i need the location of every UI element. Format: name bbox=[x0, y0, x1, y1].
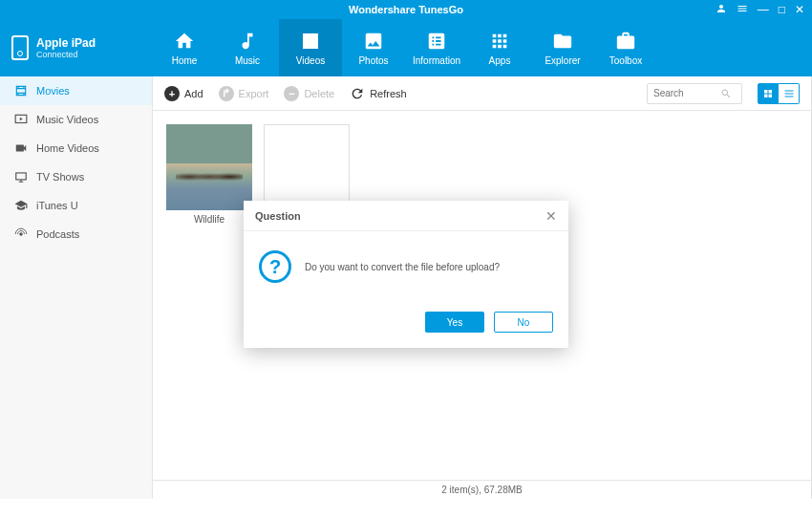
video-thumbnail bbox=[166, 124, 252, 210]
nav-music[interactable]: Music bbox=[216, 19, 279, 76]
view-toggle bbox=[758, 83, 800, 104]
sidebar-item-label: iTunes U bbox=[36, 200, 78, 211]
add-button[interactable]: + Add bbox=[164, 86, 203, 101]
video-item[interactable]: Wildlife bbox=[166, 124, 252, 225]
home-icon bbox=[174, 31, 195, 52]
sidebar-item-home-videos[interactable]: Home Videos bbox=[0, 134, 152, 162]
film-icon bbox=[13, 84, 29, 97]
question-icon: ? bbox=[259, 250, 291, 283]
tablet-icon bbox=[11, 35, 29, 60]
device-status: Connected bbox=[36, 50, 96, 59]
header: Apple iPad Connected Home Music Videos P… bbox=[0, 19, 812, 76]
export-icon: ↱ bbox=[219, 86, 234, 101]
videos-icon bbox=[300, 31, 321, 52]
music-icon bbox=[237, 31, 258, 52]
refresh-button[interactable]: Refresh bbox=[350, 86, 407, 101]
graduation-icon bbox=[13, 199, 29, 212]
yes-button[interactable]: Yes bbox=[425, 312, 484, 333]
search-box[interactable] bbox=[647, 83, 742, 104]
export-button[interactable]: ↱ Export bbox=[219, 86, 269, 101]
close-icon[interactable]: ✕ bbox=[795, 3, 804, 16]
apps-icon bbox=[489, 31, 510, 52]
question-dialog: Question ✕ ? Do you want to convert the … bbox=[244, 201, 568, 348]
grid-view-button[interactable] bbox=[758, 83, 779, 104]
sidebar-item-label: Home Videos bbox=[36, 142, 99, 154]
nav-apps[interactable]: Apps bbox=[468, 19, 531, 76]
nav-toolbox[interactable]: Toolbox bbox=[594, 19, 657, 76]
dialog-message: Do you want to convert the file before u… bbox=[305, 262, 500, 272]
photos-icon bbox=[363, 31, 384, 52]
sidebar-item-label: Movies bbox=[36, 85, 70, 97]
dialog-title: Question bbox=[255, 210, 301, 222]
search-icon bbox=[720, 88, 732, 99]
information-icon bbox=[426, 31, 447, 52]
device-name: Apple iPad bbox=[36, 36, 96, 50]
refresh-icon bbox=[350, 86, 365, 101]
minus-icon: − bbox=[284, 86, 299, 101]
delete-button[interactable]: − Delete bbox=[284, 86, 334, 101]
statusbar: 2 item(s), 67.28MB bbox=[153, 480, 811, 499]
sidebar-item-podcasts[interactable]: Podcasts bbox=[0, 220, 152, 248]
toolbox-icon bbox=[615, 31, 636, 52]
sidebar-item-label: Podcasts bbox=[36, 228, 79, 240]
minimize-icon[interactable]: — bbox=[758, 3, 769, 16]
no-button[interactable]: No bbox=[494, 312, 553, 333]
svg-point-2 bbox=[19, 232, 23, 236]
dialog-footer: Yes No bbox=[244, 302, 568, 348]
nav-information[interactable]: Information bbox=[405, 19, 468, 76]
dialog-close-icon[interactable]: ✕ bbox=[545, 208, 557, 224]
status-text: 2 item(s), 67.28MB bbox=[441, 485, 522, 495]
sidebar-item-label: Music Videos bbox=[36, 114, 98, 125]
nav: Home Music Videos Photos Information App… bbox=[153, 19, 657, 76]
dialog-header: Question ✕ bbox=[244, 201, 568, 231]
user-icon[interactable] bbox=[716, 3, 727, 17]
tv-icon bbox=[13, 170, 29, 183]
nav-home[interactable]: Home bbox=[153, 19, 216, 76]
nav-explorer[interactable]: Explorer bbox=[531, 19, 594, 76]
search-input[interactable] bbox=[653, 88, 720, 98]
nav-photos[interactable]: Photos bbox=[342, 19, 405, 76]
svg-rect-1 bbox=[16, 173, 27, 180]
toolbar: + Add ↱ Export − Delete Refresh bbox=[153, 76, 811, 111]
sidebar-item-label: TV Shows bbox=[36, 171, 84, 183]
plus-icon: + bbox=[164, 86, 180, 101]
titlebar: Wondershare TunesGo — □ ✕ bbox=[0, 0, 812, 19]
video-label: Wildlife bbox=[166, 214, 252, 225]
explorer-icon bbox=[552, 31, 573, 52]
sidebar-item-tv-shows[interactable]: TV Shows bbox=[0, 162, 152, 191]
list-view-button[interactable] bbox=[779, 83, 800, 104]
sidebar: Movies Music Videos Home Videos TV Shows… bbox=[0, 76, 153, 499]
menu-icon[interactable] bbox=[737, 3, 748, 17]
music-video-icon bbox=[13, 113, 29, 126]
sidebar-item-music-videos[interactable]: Music Videos bbox=[0, 105, 152, 134]
window-controls: — □ ✕ bbox=[716, 3, 804, 17]
podcast-icon bbox=[13, 227, 29, 241]
dialog-body: ? Do you want to convert the file before… bbox=[244, 231, 568, 302]
maximize-icon[interactable]: □ bbox=[779, 3, 785, 16]
sidebar-item-itunes-u[interactable]: iTunes U bbox=[0, 191, 152, 220]
device-panel[interactable]: Apple iPad Connected bbox=[0, 19, 153, 76]
camera-icon bbox=[13, 141, 29, 155]
sidebar-item-movies[interactable]: Movies bbox=[0, 76, 152, 105]
video-placeholder[interactable] bbox=[264, 124, 350, 210]
nav-videos[interactable]: Videos bbox=[279, 19, 342, 76]
app-title: Wondershare TunesGo bbox=[349, 4, 463, 15]
